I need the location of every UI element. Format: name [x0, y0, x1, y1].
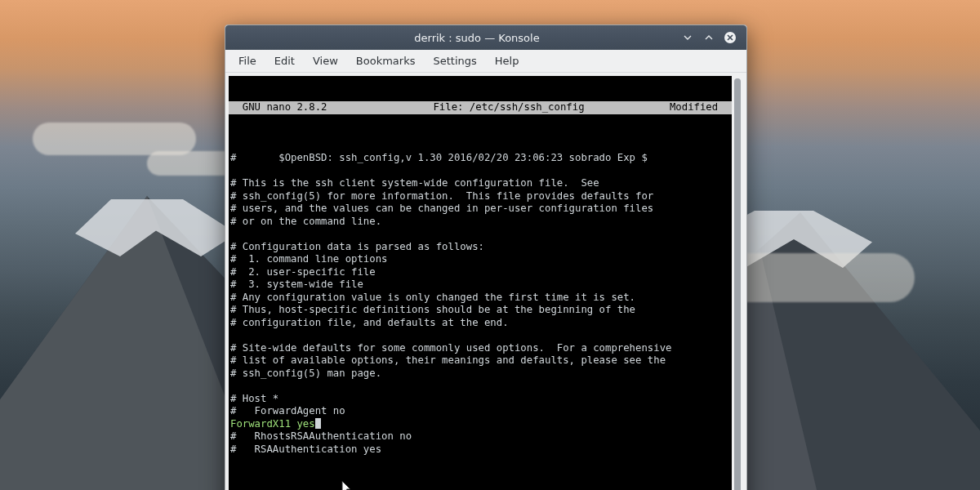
nano-modified: Modified	[665, 101, 730, 114]
konsole-window: derrik : sudo — Konsole File Edit View B…	[225, 24, 747, 490]
scrollbar-thumb[interactable]	[734, 78, 741, 490]
maximize-icon[interactable]	[701, 29, 717, 46]
menu-help[interactable]: Help	[487, 52, 528, 69]
nano-shortcuts: ^GGet Help^OWrite Out^WWhere Is^KCut Tex…	[229, 481, 732, 490]
nano-version: GNU nano 2.8.2	[230, 101, 353, 114]
nano-body[interactable]: # $OpenBSD: ssh_config,v 1.30 2016/02/20…	[229, 140, 732, 457]
menu-file[interactable]: File	[230, 52, 265, 69]
menu-view[interactable]: View	[305, 52, 346, 69]
nano-file: File: /etc/ssh/ssh_config	[353, 101, 665, 114]
minimize-icon[interactable]	[679, 29, 696, 46]
desktop-wallpaper: derrik : sudo — Konsole File Edit View B…	[0, 0, 980, 490]
menu-edit[interactable]: Edit	[266, 52, 303, 69]
menubar: File Edit View Bookmarks Settings Help	[225, 50, 746, 73]
menu-bookmarks[interactable]: Bookmarks	[348, 52, 424, 69]
nano-header: GNU nano 2.8.2 File: /etc/ssh/ssh_config…	[229, 101, 732, 114]
titlebar[interactable]: derrik : sudo — Konsole	[225, 25, 746, 50]
close-icon[interactable]	[722, 29, 738, 46]
scrollbar[interactable]	[732, 76, 743, 490]
window-title: derrik : sudo — Konsole	[274, 32, 679, 44]
terminal[interactable]: GNU nano 2.8.2 File: /etc/ssh/ssh_config…	[229, 76, 732, 490]
menu-settings[interactable]: Settings	[425, 52, 484, 69]
